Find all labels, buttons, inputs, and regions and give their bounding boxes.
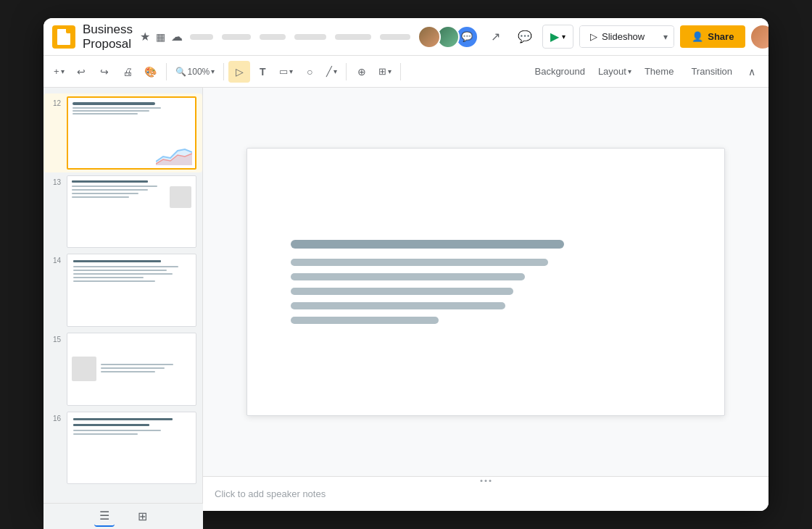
thumb-line-3 bbox=[72, 113, 138, 114]
collapse-toolbar-button[interactable]: ∧ bbox=[741, 61, 763, 83]
thumb-line-14a bbox=[73, 266, 178, 267]
image-tool[interactable]: ▭▾ bbox=[275, 61, 297, 83]
thumb-header-14 bbox=[73, 260, 161, 262]
thumb-line-14d bbox=[73, 277, 144, 278]
notes-placeholder[interactable]: Click to add speaker notes bbox=[215, 488, 326, 499]
doc-title: Business Proposal bbox=[83, 22, 133, 51]
meet-chevron: ▾ bbox=[562, 33, 566, 41]
thumb-line-16a bbox=[73, 430, 161, 431]
redo-button[interactable]: ↪ bbox=[94, 61, 115, 83]
share-label: Share bbox=[708, 31, 734, 42]
slide-canvas-container[interactable] bbox=[203, 88, 768, 476]
thumb-line-2 bbox=[72, 110, 149, 112]
title-icons: ★ ▦ ☁ bbox=[140, 30, 183, 43]
slide-line-4 bbox=[291, 288, 513, 295]
select-tool[interactable]: ▷ bbox=[228, 61, 250, 83]
thumb-line-c bbox=[72, 193, 138, 194]
slide-thumb-12 bbox=[67, 96, 196, 170]
layout-chevron: ▾ bbox=[628, 67, 631, 75]
undo-button[interactable]: ↩ bbox=[70, 61, 92, 83]
thumb-line-14e bbox=[73, 280, 155, 282]
thumb-line-b bbox=[72, 189, 148, 191]
add-icon: + bbox=[54, 66, 59, 77]
grid-view-button[interactable]: ⊞ bbox=[132, 507, 152, 512]
menu-format bbox=[335, 34, 371, 40]
thumb-t15a bbox=[101, 364, 173, 365]
thumb-header2-16 bbox=[73, 424, 149, 426]
slide-number-16: 16 bbox=[49, 412, 61, 422]
slide-number-15: 15 bbox=[49, 333, 61, 343]
slide-thumb-16 bbox=[67, 412, 196, 485]
slide-line-3 bbox=[291, 273, 525, 280]
menu-bar-items bbox=[190, 34, 410, 40]
paint-format-button[interactable]: 🎨 bbox=[140, 61, 162, 83]
zoom-level: 100% bbox=[188, 67, 210, 77]
add-chevron: ▾ bbox=[61, 67, 65, 75]
notes-area[interactable]: Click to add speaker notes bbox=[203, 476, 768, 511]
drag-dot-2 bbox=[485, 480, 487, 482]
slide-item-14[interactable]: 14 bbox=[44, 251, 202, 330]
slide-thumb-14 bbox=[67, 254, 196, 327]
share-icon: 👤 bbox=[692, 31, 703, 42]
thumb-title bbox=[72, 102, 155, 105]
thumb-text-col bbox=[72, 180, 167, 243]
thumb-line-a bbox=[72, 186, 157, 187]
separator-2 bbox=[223, 63, 224, 80]
slideshow-label: Slideshow bbox=[602, 31, 645, 42]
thumb-img-15 bbox=[72, 357, 96, 381]
menu-insert bbox=[294, 34, 326, 40]
separator-4 bbox=[400, 63, 401, 80]
app-logo bbox=[52, 25, 75, 49]
present-icon[interactable]: ▦ bbox=[156, 31, 165, 43]
list-view-button[interactable]: ☰ bbox=[94, 507, 115, 512]
text-tool[interactable]: T bbox=[252, 61, 273, 83]
thumb-line-1 bbox=[72, 107, 161, 109]
slide-item-12[interactable]: 12 bbox=[44, 93, 202, 172]
activity-icon[interactable]: ↗ bbox=[484, 25, 508, 49]
comment-icon[interactable]: 💬 bbox=[513, 25, 536, 49]
layout-button[interactable]: Layout ▾ bbox=[594, 61, 636, 83]
thumb-t15b bbox=[101, 367, 165, 369]
cloud-icon[interactable]: ☁ bbox=[171, 30, 183, 43]
slideshow-button[interactable]: ▷ Slideshow ▾ bbox=[579, 25, 674, 48]
slide-item-16[interactable]: 16 bbox=[44, 409, 202, 488]
thumb-header-16 bbox=[73, 418, 173, 420]
meet-icon: ▶ bbox=[550, 30, 559, 43]
share-button[interactable]: 👤 Share bbox=[680, 25, 745, 48]
insert-button[interactable]: ⊕ bbox=[351, 61, 373, 83]
thumb-line-14c bbox=[73, 273, 173, 275]
shape-tool[interactable]: ○ bbox=[299, 61, 320, 83]
print-button[interactable]: 🖨 bbox=[117, 61, 138, 83]
layout-label: Layout bbox=[598, 66, 626, 77]
background-button[interactable]: Background bbox=[526, 61, 593, 83]
theme-button[interactable]: Theme bbox=[636, 61, 682, 83]
slide-item-15[interactable]: 15 bbox=[44, 330, 202, 409]
thumb-line-d bbox=[72, 196, 129, 198]
line-tool[interactable]: ╱▾ bbox=[322, 61, 341, 83]
thumb-content-16 bbox=[67, 412, 196, 443]
meet-button[interactable]: ▶ ▾ bbox=[542, 25, 573, 49]
arrange-button[interactable]: ⊞▾ bbox=[374, 61, 396, 83]
slide-panel-footer: ☰ ⊞ bbox=[44, 503, 203, 511]
slideshow-dropdown-button[interactable]: ▾ bbox=[658, 27, 674, 47]
separator-1 bbox=[166, 63, 167, 80]
notes-drag-handle[interactable] bbox=[478, 477, 494, 485]
slide-number-14: 14 bbox=[49, 254, 61, 264]
zoom-button[interactable]: 🔍 100% ▾ bbox=[171, 61, 220, 83]
title-bar: Business Proposal ★ ▦ ☁ 💬 ↗ 💬 bbox=[44, 18, 768, 56]
slideshow-play-icon: ▷ bbox=[590, 31, 597, 42]
menu-file bbox=[190, 34, 213, 40]
slide-line-6 bbox=[291, 317, 439, 324]
add-button[interactable]: + ▾ bbox=[49, 61, 69, 83]
user-avatar[interactable] bbox=[751, 25, 768, 49]
slide-item-13[interactable]: 13 bbox=[44, 172, 202, 251]
collaborator-avatar-1[interactable] bbox=[418, 25, 441, 49]
slideshow-main-button[interactable]: ▷ Slideshow bbox=[580, 26, 655, 47]
zoom-chevron: ▾ bbox=[211, 67, 215, 75]
star-icon[interactable]: ★ bbox=[140, 30, 150, 43]
app-window: Business Proposal ★ ▦ ☁ 💬 ↗ 💬 bbox=[44, 18, 768, 511]
thumb-t15c bbox=[101, 371, 155, 372]
slide-number-12: 12 bbox=[49, 96, 61, 107]
transition-button[interactable]: Transition bbox=[682, 61, 741, 83]
editor-area: Click to add speaker notes bbox=[203, 88, 768, 511]
